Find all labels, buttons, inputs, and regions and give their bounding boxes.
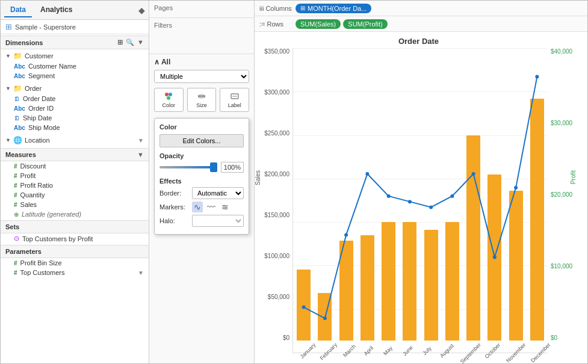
y-left-label-7: $50,000	[268, 294, 289, 300]
label-icon	[230, 91, 240, 101]
y-right-label-5: $0	[551, 335, 557, 341]
datasource-label: Sample - Superstore	[15, 23, 76, 31]
field-segment[interactable]: Abc Segment	[1, 71, 149, 81]
opacity-label: Opacity	[159, 152, 244, 159]
pages-shelf: Pages	[149, 1, 254, 18]
marker-line-2[interactable]: 〰	[205, 202, 217, 212]
halo-dropdown[interactable]	[192, 215, 244, 227]
border-row: Border: Automatic	[159, 187, 244, 199]
field-profit-bin-size[interactable]: # Profit Bin Size	[1, 258, 149, 268]
line-dot	[493, 255, 497, 259]
field-order-id[interactable]: Abc Order ID	[1, 103, 149, 113]
field-latitude[interactable]: ⊕ Latitude (generated)	[1, 209, 149, 219]
y-right-label-2: $30,000	[551, 120, 572, 126]
app-container: Data Analytics ◆ ⊞ Sample - Superstore D…	[0, 0, 588, 364]
measures-header: Measures ▼	[1, 148, 149, 161]
opacity-slider[interactable]	[159, 166, 217, 168]
main-layout: Data Analytics ◆ ⊞ Sample - Superstore D…	[1, 1, 587, 363]
marker-line-selected[interactable]: ∿	[192, 202, 203, 212]
sales-label: Sales	[20, 201, 37, 208]
x-label: June	[398, 342, 420, 363]
line-dot	[344, 233, 348, 237]
y-left-label-4: $200,000	[264, 171, 289, 177]
field-profit-ratio[interactable]: # Profit Ratio	[1, 180, 149, 190]
halo-label: Halo:	[159, 217, 190, 224]
tab-analytics[interactable]: Analytics	[34, 3, 78, 17]
label-button[interactable]: Label	[220, 88, 249, 112]
marker-line-3[interactable]: ≋	[220, 202, 231, 212]
folder-icon: 📁	[13, 52, 22, 60]
slider-thumb	[210, 162, 217, 172]
calendar-icon-2: 🗓	[14, 115, 20, 122]
columns-label: iii Columns	[259, 5, 296, 12]
grid-icon[interactable]: ⊞	[117, 39, 123, 46]
x-label: May	[379, 342, 401, 363]
y-right-label-1: $40,000	[551, 48, 572, 55]
hash-icon-5: #	[14, 202, 17, 208]
latitude-label: Latitude (generated)	[22, 211, 81, 218]
opacity-row: 100%	[159, 162, 244, 173]
field-ship-mode[interactable]: Abc Ship Mode	[1, 123, 149, 132]
location-group-header[interactable]: ▼ 🌐 Location ▼	[1, 135, 149, 146]
y-left-axis-label: Sales	[255, 170, 261, 185]
color-button[interactable]: Color	[154, 88, 184, 112]
center-panel: Pages Filters ∧ All Multiple	[149, 1, 255, 363]
row-pill-1[interactable]: SUM(Sales)	[296, 19, 341, 29]
column-pill[interactable]: ⊞ MONTH(Order Da...	[296, 4, 371, 13]
datasource-row[interactable]: ⊞ Sample - Superstore	[1, 20, 149, 34]
calendar-icon: 🗓	[14, 96, 20, 102]
chart-area: Order Date $350,000 $300,000 $250,000 $2…	[255, 32, 587, 363]
line-dot	[429, 205, 433, 209]
location-label: Location	[25, 137, 50, 144]
row-pill-2[interactable]: SUM(Profit)	[343, 19, 387, 29]
sets-header: Sets	[1, 220, 149, 233]
field-profit[interactable]: # Profit	[1, 171, 149, 180]
expand-measures-icon[interactable]: ▼	[137, 151, 144, 158]
x-label: March	[340, 342, 362, 363]
panel-scroll[interactable]: Dimensions ⊞ 🔍 ▼ ▼ 📁 Customer Abc	[1, 34, 149, 363]
search-icon[interactable]: 🔍	[126, 39, 134, 46]
color-btn-label: Color	[162, 102, 176, 108]
y-right-label-3: $20,000	[551, 191, 572, 198]
tab-data[interactable]: Data	[4, 3, 32, 17]
panel-tab-arrow[interactable]: ◆	[138, 5, 145, 15]
x-label: April	[359, 342, 381, 363]
x-axis: JanuaryFebruaryMarchAprilMayJuneJulyAugu…	[293, 341, 548, 353]
order-date-label: Order Date	[23, 95, 55, 102]
effects-label: Effects	[159, 177, 244, 185]
hash-icon-2: #	[14, 173, 17, 179]
expand-icon[interactable]: ▼	[137, 39, 144, 46]
left-panel: Data Analytics ◆ ⊞ Sample - Superstore D…	[1, 1, 149, 363]
line-dot	[472, 172, 475, 176]
database-icon: ⊞	[5, 22, 12, 31]
field-sales[interactable]: # Sales	[1, 200, 149, 209]
label-btn-label: Label	[228, 102, 241, 108]
y-right-label-4: $10,000	[551, 263, 572, 270]
field-order-date[interactable]: 🗓 Order Date	[1, 94, 149, 103]
size-button[interactable]: Size	[187, 88, 217, 112]
field-quantity[interactable]: # Quantity	[1, 190, 149, 200]
field-discount[interactable]: # Discount	[1, 161, 149, 171]
line-dot	[302, 306, 306, 309]
marker-options: ∿ 〰 ≋	[192, 202, 231, 212]
order-group-header[interactable]: ▼ 📁 Order	[1, 83, 149, 94]
edit-colors-button[interactable]: Edit Colors...	[159, 134, 244, 147]
border-dropdown[interactable]: Automatic	[192, 187, 244, 199]
field-top-customers[interactable]: ⊙ Top Customers by Profit	[1, 233, 149, 244]
customer-group-label: Customer	[25, 52, 54, 60]
column-pill-label: MONTH(Order Da...	[308, 5, 367, 12]
color-popup: Color Edit Colors... Opacity 100% Effect…	[154, 118, 249, 235]
ship-mode-label: Ship Mode	[28, 124, 60, 131]
mark-buttons: Color Size Label	[154, 88, 249, 112]
field-top-customers-param[interactable]: # Top Customers ▼	[1, 268, 149, 277]
folder-order-icon: 📁	[13, 84, 22, 93]
marks-dropdown[interactable]: Multiple	[154, 70, 249, 83]
field-customer-name[interactable]: Abc Customer Name	[1, 61, 149, 71]
chart-inner: JanuaryFebruaryMarchAprilMayJuneJulyAugu…	[292, 48, 548, 353]
customer-group-header[interactable]: ▼ 📁 Customer	[1, 51, 149, 61]
y-left-label-5: $150,000	[264, 212, 289, 218]
panel-tabs: Data Analytics ◆	[1, 1, 149, 20]
column-pill-icon: ⊞	[300, 5, 305, 11]
size-btn-label: Size	[196, 102, 207, 108]
field-ship-date[interactable]: 🗓 Ship Date	[1, 113, 149, 123]
